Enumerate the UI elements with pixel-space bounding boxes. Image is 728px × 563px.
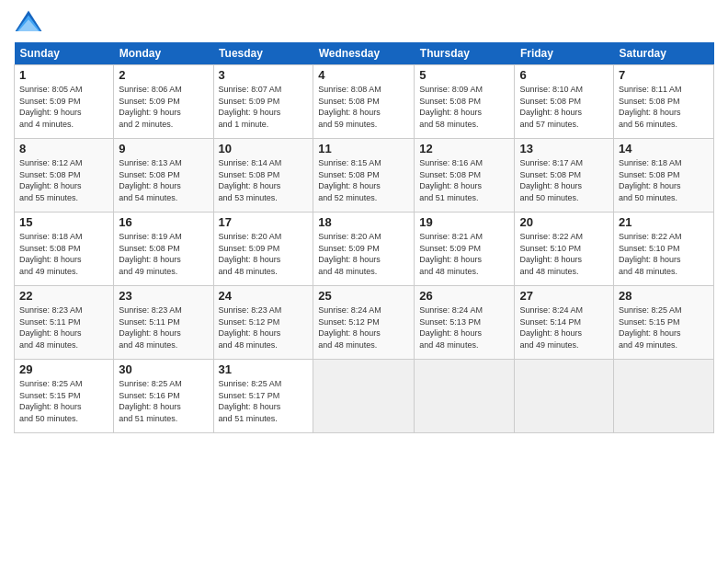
weekday-header-friday: Friday [515, 42, 614, 65]
day-number: 27 [519, 289, 609, 303]
calendar-week-5: 29Sunrise: 8:25 AM Sunset: 5:15 PM Dayli… [15, 360, 714, 433]
day-info: Sunrise: 8:08 AM Sunset: 5:08 PM Dayligh… [318, 84, 409, 130]
day-info: Sunrise: 8:25 AM Sunset: 5:16 PM Dayligh… [119, 378, 208, 424]
calendar-cell: 26Sunrise: 8:24 AM Sunset: 5:13 PM Dayli… [415, 286, 515, 360]
calendar-week-1: 1Sunrise: 8:05 AM Sunset: 5:09 PM Daylig… [15, 65, 714, 139]
day-number: 21 [619, 215, 709, 229]
calendar-cell: 15Sunrise: 8:18 AM Sunset: 5:08 PM Dayli… [15, 213, 114, 286]
day-number: 26 [419, 289, 509, 303]
day-number: 22 [19, 289, 108, 303]
page-container: SundayMondayTuesdayWednesdayThursdayFrid… [0, 0, 728, 442]
calendar-cell: 20Sunrise: 8:22 AM Sunset: 5:10 PM Dayli… [515, 213, 614, 286]
calendar-cell: 25Sunrise: 8:24 AM Sunset: 5:12 PM Dayli… [313, 286, 415, 360]
day-info: Sunrise: 8:22 AM Sunset: 5:10 PM Dayligh… [519, 231, 609, 277]
calendar-cell [614, 360, 714, 433]
day-info: Sunrise: 8:23 AM Sunset: 5:11 PM Dayligh… [119, 304, 208, 350]
logo-icon [14, 9, 43, 35]
weekday-header-monday: Monday [114, 42, 213, 65]
day-info: Sunrise: 8:09 AM Sunset: 5:08 PM Dayligh… [419, 84, 509, 130]
calendar-cell: 28Sunrise: 8:25 AM Sunset: 5:15 PM Dayli… [614, 286, 714, 360]
calendar-cell: 13Sunrise: 8:17 AM Sunset: 5:08 PM Dayli… [515, 139, 614, 213]
day-info: Sunrise: 8:15 AM Sunset: 5:08 PM Dayligh… [318, 157, 409, 203]
day-number: 11 [318, 142, 409, 155]
day-info: Sunrise: 8:17 AM Sunset: 5:08 PM Dayligh… [519, 157, 609, 203]
calendar-cell: 2Sunrise: 8:06 AM Sunset: 5:09 PM Daylig… [114, 65, 213, 139]
calendar-cell: 30Sunrise: 8:25 AM Sunset: 5:16 PM Dayli… [114, 360, 213, 433]
calendar-cell: 16Sunrise: 8:19 AM Sunset: 5:08 PM Dayli… [114, 213, 213, 286]
day-number: 12 [419, 142, 509, 155]
day-info: Sunrise: 8:19 AM Sunset: 5:08 PM Dayligh… [119, 231, 208, 277]
weekday-header-sunday: Sunday [15, 42, 114, 65]
day-number: 10 [219, 142, 309, 155]
day-number: 28 [619, 289, 709, 303]
calendar-week-2: 8Sunrise: 8:12 AM Sunset: 5:08 PM Daylig… [15, 139, 714, 213]
calendar-cell: 6Sunrise: 8:10 AM Sunset: 5:08 PM Daylig… [515, 65, 614, 139]
day-info: Sunrise: 8:05 AM Sunset: 5:09 PM Dayligh… [19, 84, 108, 130]
calendar-cell: 27Sunrise: 8:24 AM Sunset: 5:14 PM Dayli… [515, 286, 614, 360]
calendar-cell: 24Sunrise: 8:23 AM Sunset: 5:12 PM Dayli… [213, 286, 313, 360]
calendar-cell [415, 360, 515, 433]
calendar-cell: 23Sunrise: 8:23 AM Sunset: 5:11 PM Dayli… [114, 286, 213, 360]
day-number: 23 [119, 289, 208, 303]
day-info: Sunrise: 8:25 AM Sunset: 5:15 PM Dayligh… [619, 304, 709, 350]
calendar-cell: 11Sunrise: 8:15 AM Sunset: 5:08 PM Dayli… [313, 139, 415, 213]
day-info: Sunrise: 8:20 AM Sunset: 5:09 PM Dayligh… [318, 231, 409, 277]
day-info: Sunrise: 8:24 AM Sunset: 5:13 PM Dayligh… [419, 304, 509, 350]
day-info: Sunrise: 8:25 AM Sunset: 5:17 PM Dayligh… [219, 378, 309, 424]
day-number: 18 [318, 215, 409, 229]
day-number: 19 [419, 215, 509, 229]
calendar-cell: 12Sunrise: 8:16 AM Sunset: 5:08 PM Dayli… [415, 139, 515, 213]
day-info: Sunrise: 8:13 AM Sunset: 5:08 PM Dayligh… [119, 157, 208, 203]
calendar-cell: 7Sunrise: 8:11 AM Sunset: 5:08 PM Daylig… [614, 65, 714, 139]
day-info: Sunrise: 8:07 AM Sunset: 5:09 PM Dayligh… [219, 84, 309, 130]
day-number: 15 [19, 215, 108, 229]
calendar-header-row: SundayMondayTuesdayWednesdayThursdayFrid… [15, 42, 714, 65]
day-number: 3 [219, 68, 309, 82]
calendar-cell: 21Sunrise: 8:22 AM Sunset: 5:10 PM Dayli… [614, 213, 714, 286]
day-info: Sunrise: 8:18 AM Sunset: 5:08 PM Dayligh… [19, 231, 108, 277]
calendar-week-3: 15Sunrise: 8:18 AM Sunset: 5:08 PM Dayli… [15, 213, 714, 286]
calendar-cell: 29Sunrise: 8:25 AM Sunset: 5:15 PM Dayli… [15, 360, 114, 433]
calendar-cell: 5Sunrise: 8:09 AM Sunset: 5:08 PM Daylig… [415, 65, 515, 139]
header [14, 9, 714, 35]
day-info: Sunrise: 8:16 AM Sunset: 5:08 PM Dayligh… [419, 157, 509, 203]
calendar-cell: 3Sunrise: 8:07 AM Sunset: 5:09 PM Daylig… [213, 65, 313, 139]
day-number: 13 [519, 142, 609, 155]
day-info: Sunrise: 8:06 AM Sunset: 5:09 PM Dayligh… [119, 84, 208, 130]
day-info: Sunrise: 8:24 AM Sunset: 5:14 PM Dayligh… [519, 304, 609, 350]
calendar-cell: 18Sunrise: 8:20 AM Sunset: 5:09 PM Dayli… [313, 213, 415, 286]
calendar-cell: 14Sunrise: 8:18 AM Sunset: 5:08 PM Dayli… [614, 139, 714, 213]
day-number: 7 [619, 68, 709, 82]
calendar-cell [313, 360, 415, 433]
weekday-header-wednesday: Wednesday [313, 42, 415, 65]
day-number: 30 [119, 362, 208, 376]
calendar-cell [515, 360, 614, 433]
day-info: Sunrise: 8:12 AM Sunset: 5:08 PM Dayligh… [19, 157, 108, 203]
day-number: 4 [318, 68, 409, 82]
day-number: 29 [19, 362, 108, 376]
weekday-header-saturday: Saturday [614, 42, 714, 65]
calendar-cell: 8Sunrise: 8:12 AM Sunset: 5:08 PM Daylig… [15, 139, 114, 213]
day-number: 24 [219, 289, 309, 303]
weekday-header-thursday: Thursday [415, 42, 515, 65]
calendar-cell: 4Sunrise: 8:08 AM Sunset: 5:08 PM Daylig… [313, 65, 415, 139]
day-info: Sunrise: 8:24 AM Sunset: 5:12 PM Dayligh… [318, 304, 409, 350]
day-info: Sunrise: 8:23 AM Sunset: 5:11 PM Dayligh… [19, 304, 108, 350]
calendar-cell: 31Sunrise: 8:25 AM Sunset: 5:17 PM Dayli… [213, 360, 313, 433]
day-info: Sunrise: 8:14 AM Sunset: 5:08 PM Dayligh… [219, 157, 309, 203]
day-info: Sunrise: 8:22 AM Sunset: 5:10 PM Dayligh… [619, 231, 709, 277]
day-info: Sunrise: 8:18 AM Sunset: 5:08 PM Dayligh… [619, 157, 709, 203]
day-number: 25 [318, 289, 409, 303]
day-number: 9 [119, 142, 208, 155]
day-info: Sunrise: 8:11 AM Sunset: 5:08 PM Dayligh… [619, 84, 709, 130]
day-number: 5 [419, 68, 509, 82]
day-number: 6 [519, 68, 609, 82]
calendar-week-4: 22Sunrise: 8:23 AM Sunset: 5:11 PM Dayli… [15, 286, 714, 360]
day-number: 16 [119, 215, 208, 229]
day-info: Sunrise: 8:23 AM Sunset: 5:12 PM Dayligh… [219, 304, 309, 350]
logo [14, 9, 47, 35]
calendar-cell: 19Sunrise: 8:21 AM Sunset: 5:09 PM Dayli… [415, 213, 515, 286]
calendar-cell: 10Sunrise: 8:14 AM Sunset: 5:08 PM Dayli… [213, 139, 313, 213]
day-info: Sunrise: 8:20 AM Sunset: 5:09 PM Dayligh… [219, 231, 309, 277]
day-info: Sunrise: 8:10 AM Sunset: 5:08 PM Dayligh… [519, 84, 609, 130]
